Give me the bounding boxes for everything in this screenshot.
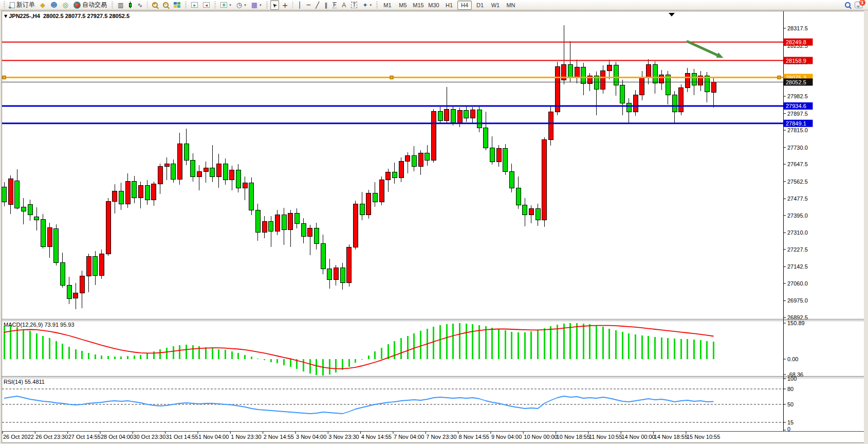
timeframe-h4-button[interactable]: H4 bbox=[457, 1, 472, 10]
toolbar-grip bbox=[266, 2, 268, 9]
text-tool-button[interactable]: A bbox=[340, 0, 348, 10]
templates-icon: ▦ bbox=[251, 2, 257, 8]
candlestick-chart-button[interactable] bbox=[126, 0, 134, 10]
rsi-value: 55.4811 bbox=[25, 379, 45, 385]
zoom-in-button[interactable]: + bbox=[150, 0, 160, 10]
timeframe-m1-button[interactable]: M1 bbox=[380, 1, 395, 10]
vertical-line-tool-button[interactable]: │ bbox=[296, 0, 303, 10]
channel-tool-button[interactable]: ∥ bbox=[322, 0, 329, 10]
horizontal-line-tool-button[interactable]: ─ bbox=[305, 0, 312, 10]
auto-trading-icon bbox=[73, 2, 81, 9]
timeframe-m5-button[interactable]: M5 bbox=[396, 1, 410, 10]
new-order-button[interactable]: 新订单 bbox=[8, 0, 37, 10]
data-window-button[interactable]: ☻ bbox=[48, 0, 60, 10]
line-handle[interactable] bbox=[778, 76, 781, 79]
price-axis[interactable] bbox=[784, 11, 864, 431]
line-chart-icon: ∿ bbox=[137, 2, 142, 8]
market-watch-icon: ◆ bbox=[40, 2, 45, 8]
timeframe-m15-button[interactable]: M15 bbox=[411, 1, 426, 10]
zoom-out-button[interactable]: − bbox=[161, 0, 171, 10]
text-tool-icon: A bbox=[342, 2, 346, 9]
toolbar-right-group: 1 bbox=[845, 2, 866, 8]
search-icon[interactable] bbox=[845, 2, 851, 8]
trendline-tool-button[interactable]: ╱ bbox=[313, 0, 321, 10]
periods-button[interactable]: ◷ ▾ bbox=[234, 0, 248, 10]
arrows-tool-icon: ✦ bbox=[362, 2, 367, 8]
timeframe-mn-button[interactable]: MN bbox=[504, 1, 518, 10]
new-order-label: 新订单 bbox=[16, 1, 35, 9]
toolbar-grip bbox=[376, 2, 378, 9]
new-chart-button[interactable]: + ▾ bbox=[218, 0, 233, 10]
symbol-title: ▼ JPN225-,H4 28002.5 28077.5 27927.5 280… bbox=[4, 13, 130, 19]
toolbar-separator bbox=[292, 1, 293, 9]
notification-badge: 1 bbox=[859, 0, 865, 6]
symbol-ohlc: 28002.5 28077.5 27927.5 28052.5 bbox=[43, 13, 130, 19]
chevron-down-icon: ▾ bbox=[260, 3, 262, 7]
timeframe-d1-button[interactable]: D1 bbox=[473, 1, 487, 10]
navigator-button[interactable]: ◎ bbox=[61, 0, 70, 10]
text-label-icon: T bbox=[351, 2, 357, 8]
bar-chart-icon: ▥ bbox=[118, 2, 123, 8]
templates-button[interactable]: ▦ ▾ bbox=[249, 0, 264, 10]
new-chart-icon: + bbox=[220, 2, 227, 8]
new-order-icon bbox=[10, 2, 15, 8]
chevron-down-icon: ▾ bbox=[244, 3, 246, 7]
clock-icon: ◷ bbox=[236, 2, 242, 8]
auto-trading-button[interactable]: 自动交易 bbox=[71, 0, 109, 10]
auto-trading-label: 自动交易 bbox=[82, 1, 107, 9]
zoom-out-icon: − bbox=[163, 2, 169, 8]
fibonacci-tool-button[interactable]: F bbox=[330, 0, 339, 10]
data-window-icon: ☻ bbox=[50, 2, 58, 8]
equidistant-channel-icon: ∥ bbox=[324, 2, 327, 8]
time-axis[interactable] bbox=[2, 432, 864, 442]
vertical-line-icon: │ bbox=[298, 2, 301, 8]
chevron-down-icon: ▾ bbox=[370, 3, 372, 7]
toolbar-grip bbox=[112, 2, 113, 9]
macd-indicator-label: MACD(12,26,9) 73.91 95.93 bbox=[4, 322, 75, 328]
symbol-dropdown-icon[interactable]: ▼ bbox=[4, 14, 7, 19]
chevron-down-icon: ▾ bbox=[229, 3, 231, 7]
line-handle[interactable] bbox=[3, 76, 6, 79]
trendline-icon: ╱ bbox=[316, 2, 319, 8]
cursor-tool-button[interactable]: ➤ bbox=[270, 0, 279, 10]
timeframe-h1-button[interactable]: H1 bbox=[442, 1, 456, 10]
macd-values: 73.91 95.93 bbox=[44, 322, 74, 328]
tile-windows-icon bbox=[174, 2, 180, 8]
toolbar-separator bbox=[147, 1, 147, 9]
navigator-icon: ◎ bbox=[63, 2, 68, 8]
bar-chart-button[interactable]: ▥ bbox=[116, 0, 125, 10]
rsi-indicator-label: RSI(14) 55.4811 bbox=[4, 379, 45, 385]
timeframe-m30-button[interactable]: M30 bbox=[427, 1, 441, 10]
crosshair-icon: + bbox=[282, 2, 288, 8]
arrows-tool-button[interactable]: ✦ ▾ bbox=[360, 0, 374, 10]
symbol-name: JPN225-,H4 bbox=[9, 13, 40, 19]
horizontal-line-icon: ─ bbox=[307, 2, 310, 8]
crosshair-tool-button[interactable]: + bbox=[280, 0, 290, 10]
cursor-icon: ➤ bbox=[271, 1, 279, 9]
main-toolbar: 新订单 ◆ ☻ ◎ 自动交易 ▥ ∿ + − ▸ ◂ + bbox=[0, 0, 868, 10]
toolbar-grip bbox=[4, 2, 5, 9]
market-watch-button[interactable]: ◆ bbox=[38, 0, 47, 10]
candlestick-chart-icon bbox=[128, 2, 132, 8]
auto-scroll-button[interactable]: ▸ bbox=[189, 0, 200, 10]
chart-shift-button[interactable]: ◂ bbox=[201, 0, 212, 10]
chat-icon[interactable]: 1 bbox=[855, 2, 863, 8]
tile-windows-button[interactable] bbox=[172, 0, 182, 10]
line-chart-button[interactable]: ∿ bbox=[135, 0, 144, 10]
fibonacci-icon: F bbox=[333, 2, 337, 8]
chart-shift-icon: ◂ bbox=[203, 2, 210, 8]
chart-plot-area[interactable] bbox=[2, 11, 783, 319]
line-handle[interactable] bbox=[390, 76, 393, 79]
auto-scroll-icon: ▸ bbox=[191, 2, 198, 8]
text-label-tool-button[interactable]: T bbox=[349, 0, 359, 10]
timeframe-w1-button[interactable]: W1 bbox=[488, 1, 503, 10]
zoom-in-icon: + bbox=[152, 2, 158, 8]
toolbar-grip bbox=[185, 2, 187, 9]
timeframe-group: M1M5M15M30H1H4D1W1MN bbox=[380, 1, 518, 10]
toolbar-grip bbox=[214, 2, 216, 9]
